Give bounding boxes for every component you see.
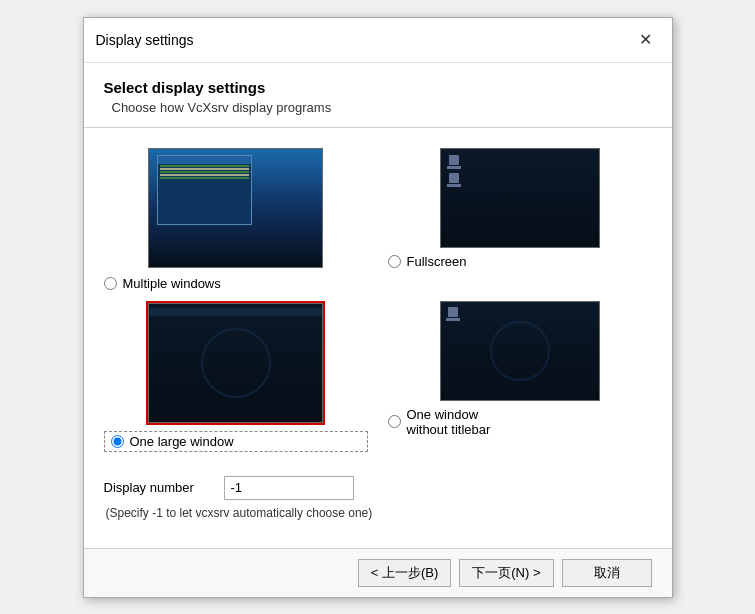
selected-option-box (146, 301, 325, 425)
large-window-preview (148, 303, 323, 423)
multiple-windows-radio-row: Multiple windows (104, 276, 368, 291)
one-large-window-radio-row: One large window (104, 431, 368, 452)
display-number-label: Display number (104, 480, 214, 495)
no-titlebar-radio-row: One windowwithout titlebar (388, 407, 652, 437)
header-section: Select display settings Choose how VcXsr… (84, 63, 672, 128)
no-titlebar-label: One windowwithout titlebar (407, 407, 491, 437)
option-multiple-windows: Multiple windows (104, 148, 368, 291)
display-number-hint: (Specify -1 to let vcxsrv automatically … (106, 506, 652, 520)
cancel-button[interactable]: 取消 (562, 559, 652, 587)
option-fullscreen: Fullscreen (388, 148, 652, 291)
close-button[interactable]: ✕ (632, 26, 660, 54)
header-title: Select display settings (104, 79, 652, 96)
next-button[interactable]: 下一页(N) > (459, 559, 553, 587)
multiple-windows-radio[interactable] (104, 277, 117, 290)
display-number-section: Display number (Specify -1 to let vcxsrv… (104, 476, 652, 520)
option-no-titlebar: One windowwithout titlebar (388, 301, 652, 452)
fullscreen-radio-row: Fullscreen (388, 254, 652, 269)
one-large-window-radio[interactable] (111, 435, 124, 448)
multiple-windows-preview (148, 148, 323, 268)
header-subtitle: Choose how VcXsrv display programs (112, 100, 652, 115)
display-settings-dialog: Display settings ✕ Select display settin… (83, 17, 673, 598)
no-titlebar-radio[interactable] (388, 415, 401, 428)
one-large-window-label: One large window (130, 434, 234, 449)
display-number-row: Display number (104, 476, 652, 500)
no-titlebar-preview (440, 301, 600, 401)
multiple-windows-label: Multiple windows (123, 276, 221, 291)
option-one-large-window: One large window (104, 301, 368, 452)
content-area: Multiple windows (84, 128, 672, 548)
back-button[interactable]: < 上一步(B) (358, 559, 452, 587)
fullscreen-label: Fullscreen (407, 254, 467, 269)
fullscreen-radio[interactable] (388, 255, 401, 268)
display-number-input[interactable] (224, 476, 354, 500)
options-grid: Multiple windows (104, 148, 652, 452)
footer: < 上一步(B) 下一页(N) > 取消 (84, 548, 672, 597)
title-bar: Display settings ✕ (84, 18, 672, 63)
fullscreen-preview (440, 148, 600, 248)
window-preview-1 (157, 155, 252, 225)
dialog-title: Display settings (96, 32, 194, 48)
